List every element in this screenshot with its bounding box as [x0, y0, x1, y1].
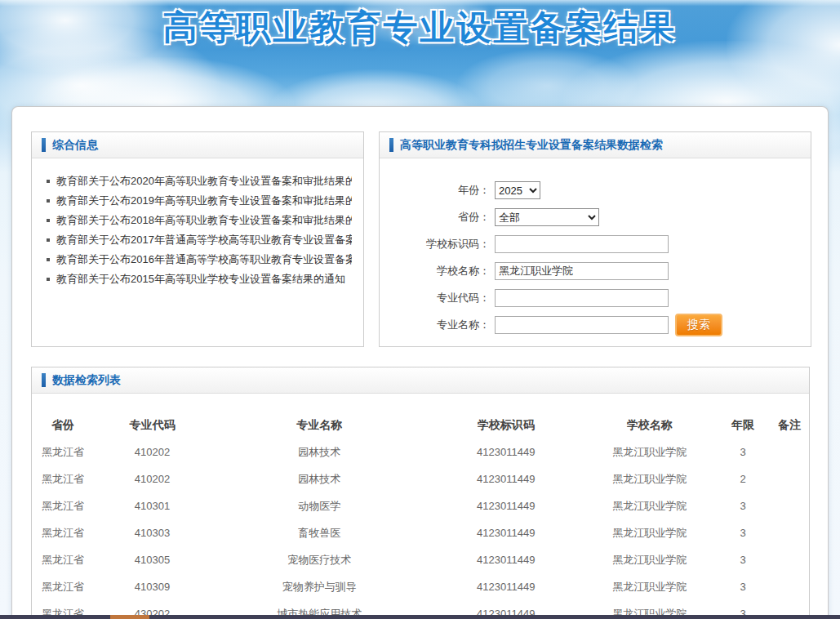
info-link[interactable]: 教育部关于公布2016年普通高等学校高等职业教育专业设置备案和审...	[43, 250, 352, 269]
table-cell: 3	[716, 439, 771, 465]
search-panel-header: 高等职业教育专科拟招生专业设置备案结果数据检索	[380, 132, 811, 158]
table-cell: 4123011449	[429, 519, 584, 546]
info-panel-title: 综合信息	[52, 138, 98, 153]
table-cell: 动物医学	[211, 492, 429, 519]
results-table: 省份专业代码专业名称学校标识码学校名称年限备注 黑龙江省410202园林技术41…	[32, 412, 809, 619]
results-table-header-row: 省份专业代码专业名称学校标识码学校名称年限备注	[32, 412, 809, 439]
province-label: 省份：	[380, 210, 490, 225]
bullet-icon	[47, 180, 50, 183]
table-row: 黑龙江省410202园林技术4123011449黑龙江职业学院2	[32, 465, 809, 492]
table-cell	[770, 573, 809, 600]
table-row: 黑龙江省410305宠物医疗技术4123011449黑龙江职业学院3	[32, 546, 809, 573]
bullet-icon	[47, 199, 50, 203]
search-panel-title: 高等职业教育专科拟招生专业设置备案结果数据检索	[400, 138, 663, 153]
province-select[interactable]: 全部	[495, 208, 599, 226]
table-cell: 园林技术	[211, 439, 429, 465]
table-cell: 黑龙江职业学院	[584, 519, 716, 546]
search-form: 年份： 2025 省份： 全部 学校标识码： 学校名称： 专业代码：	[380, 158, 811, 334]
results-panel-title: 数据检索列表	[52, 373, 121, 388]
table-row: 黑龙江省410202园林技术4123011449黑龙江职业学院3	[32, 439, 809, 465]
school-name-input[interactable]	[495, 262, 669, 280]
table-cell	[770, 546, 809, 573]
school-code-input[interactable]	[495, 235, 669, 253]
table-cell: 黑龙江省	[32, 573, 94, 600]
info-link[interactable]: 教育部关于公布2019年高等职业教育专业设置备案和审批结果的通知	[43, 191, 352, 211]
bullet-icon	[47, 238, 50, 242]
table-cell: 黑龙江省	[32, 546, 94, 573]
info-link-text: 教育部关于公布2016年普通高等学校高等职业教育专业设置备案和审...	[56, 250, 352, 269]
table-cell: 410202	[94, 439, 211, 465]
info-link[interactable]: 教育部关于公布2017年普通高等学校高等职业教育专业设置备案和审...	[43, 230, 352, 250]
search-panel: 高等职业教育专科拟招生专业设置备案结果数据检索 年份： 2025 省份： 全部 …	[379, 131, 811, 347]
table-cell: 410303	[94, 519, 211, 546]
column-header: 学校标识码	[429, 412, 584, 439]
table-cell: 宠物医疗技术	[211, 546, 429, 573]
table-cell	[770, 465, 809, 492]
table-cell: 3	[716, 492, 771, 519]
column-header: 年限	[716, 412, 771, 439]
major-code-label: 专业代码：	[380, 291, 490, 305]
table-cell: 3	[716, 573, 771, 600]
column-header: 省份	[32, 412, 94, 439]
table-cell: 410301	[94, 492, 211, 519]
school-code-label: 学校标识码：	[380, 237, 490, 252]
table-cell: 4123011449	[429, 492, 584, 519]
results-panel: 数据检索列表 省份专业代码专业名称学校标识码学校名称年限备注 黑龙江省41020…	[31, 367, 810, 619]
accent-bar-icon	[42, 373, 46, 387]
table-cell	[770, 439, 809, 465]
bullet-icon	[47, 278, 50, 281]
table-cell: 3	[716, 546, 771, 573]
taskbar-edge[interactable]	[0, 615, 840, 619]
column-header: 备注	[770, 412, 809, 439]
year-select[interactable]: 2025	[495, 181, 540, 199]
table-cell: 黑龙江省	[32, 492, 94, 519]
accent-bar-icon	[389, 138, 393, 152]
info-link-text: 教育部关于公布2017年普通高等学校高等职业教育专业设置备案和审...	[56, 230, 352, 250]
table-cell: 黑龙江省	[32, 519, 94, 546]
results-panel-header: 数据检索列表	[32, 367, 809, 394]
table-cell: 黑龙江省	[32, 465, 94, 492]
table-cell: 4123011449	[429, 465, 584, 492]
table-cell: 410202	[94, 465, 211, 492]
table-cell: 宠物养护与驯导	[211, 573, 429, 600]
year-label: 年份：	[380, 183, 490, 198]
taskbar-edge-highlight[interactable]	[110, 615, 149, 619]
table-cell: 黑龙江省	[32, 439, 94, 465]
table-cell: 黑龙江职业学院	[584, 439, 716, 465]
info-link[interactable]: 教育部关于公布2015年高等职业学校专业设置备案结果的通知	[43, 269, 352, 289]
table-cell: 园林技术	[211, 465, 429, 492]
table-cell: 黑龙江职业学院	[584, 465, 716, 492]
table-cell: 410309	[94, 573, 211, 600]
major-name-input[interactable]	[495, 316, 669, 334]
table-cell	[770, 519, 809, 546]
table-cell: 4123011449	[429, 573, 584, 600]
table-cell: 黑龙江职业学院	[584, 573, 716, 600]
info-link[interactable]: 教育部关于公布2020年高等职业教育专业设置备案和审批结果的通知	[43, 171, 352, 191]
info-link[interactable]: 教育部关于公布2018年高等职业教育专业设置备案和审批结果的通知	[43, 211, 352, 230]
content-container: 综合信息 教育部关于公布2020年高等职业教育专业设置备案和审批结果的通知教育部…	[11, 106, 829, 619]
results-table-body: 黑龙江省410202园林技术4123011449黑龙江职业学院3黑龙江省4102…	[32, 439, 809, 619]
table-row: 黑龙江省410309宠物养护与驯导4123011449黑龙江职业学院3	[32, 573, 809, 600]
table-cell: 4123011449	[429, 439, 584, 465]
major-code-input[interactable]	[495, 289, 669, 307]
info-list: 教育部关于公布2020年高等职业教育专业设置备案和审批结果的通知教育部关于公布2…	[32, 158, 363, 289]
table-cell: 4123011449	[429, 546, 584, 573]
info-panel-header: 综合信息	[32, 132, 363, 158]
column-header: 专业名称	[211, 412, 429, 439]
search-button[interactable]: 搜索	[675, 314, 722, 336]
table-cell	[770, 492, 809, 519]
info-panel: 综合信息 教育部关于公布2020年高等职业教育专业设置备案和审批结果的通知教育部…	[31, 131, 364, 347]
major-name-label: 专业名称：	[380, 318, 490, 332]
accent-bar-icon	[42, 138, 46, 152]
table-row: 黑龙江省410301动物医学4123011449黑龙江职业学院3	[32, 492, 809, 519]
info-link-text: 教育部关于公布2018年高等职业教育专业设置备案和审批结果的通知	[56, 211, 352, 230]
table-cell: 2	[716, 465, 771, 492]
table-cell: 3	[716, 519, 771, 546]
column-header: 学校名称	[584, 412, 716, 439]
table-cell: 畜牧兽医	[211, 519, 429, 546]
school-name-label: 学校名称：	[380, 264, 490, 278]
info-link-text: 教育部关于公布2019年高等职业教育专业设置备案和审批结果的通知	[56, 191, 352, 211]
info-link-text: 教育部关于公布2020年高等职业教育专业设置备案和审批结果的通知	[56, 171, 352, 191]
table-cell: 黑龙江职业学院	[584, 492, 716, 519]
table-row: 黑龙江省410303畜牧兽医4123011449黑龙江职业学院3	[32, 519, 809, 546]
